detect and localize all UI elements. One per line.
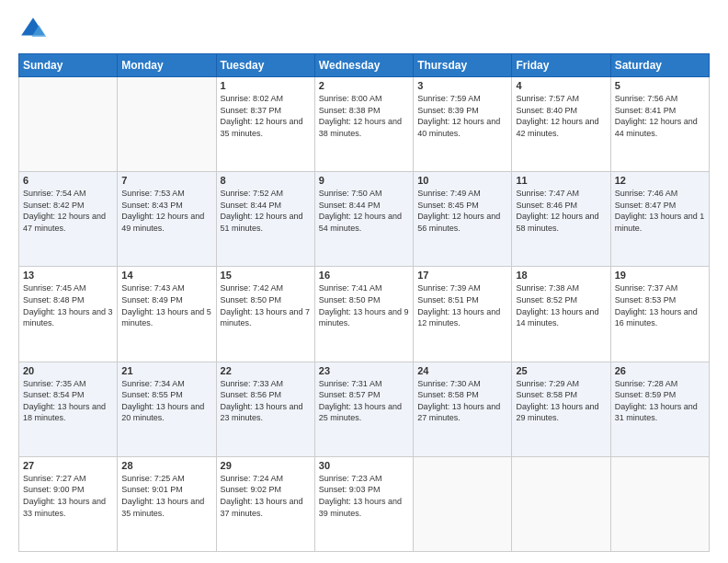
day-cell: 6Sunrise: 7:54 AMSunset: 8:42 PMDaylight… — [19, 172, 118, 267]
day-cell: 13Sunrise: 7:45 AMSunset: 8:48 PMDayligh… — [19, 267, 118, 362]
day-cell: 26Sunrise: 7:28 AMSunset: 8:59 PMDayligh… — [610, 362, 709, 456]
day-cell: 11Sunrise: 7:47 AMSunset: 8:46 PMDayligh… — [512, 172, 610, 267]
calendar: SundayMondayTuesdayWednesdayThursdayFrid… — [18, 53, 710, 552]
day-number: 12 — [615, 175, 705, 186]
day-cell: 23Sunrise: 7:31 AMSunset: 8:57 PMDayligh… — [314, 362, 413, 456]
day-cell: 1Sunrise: 8:02 AMSunset: 8:37 PMDaylight… — [216, 77, 314, 172]
day-number: 9 — [319, 175, 409, 186]
day-number: 28 — [121, 460, 211, 471]
day-cell — [118, 77, 216, 172]
day-info: Sunrise: 7:37 AMSunset: 8:53 PMDaylight:… — [615, 282, 705, 328]
day-number: 13 — [23, 270, 113, 281]
day-cell: 9Sunrise: 7:50 AMSunset: 8:44 PMDaylight… — [314, 172, 413, 267]
day-info: Sunrise: 7:53 AMSunset: 8:43 PMDaylight:… — [121, 188, 211, 234]
day-info: Sunrise: 7:56 AMSunset: 8:41 PMDaylight:… — [615, 93, 705, 139]
day-info: Sunrise: 7:25 AMSunset: 9:01 PMDaylight:… — [121, 473, 211, 519]
week-row-3: 13Sunrise: 7:45 AMSunset: 8:48 PMDayligh… — [19, 267, 710, 362]
day-number: 4 — [516, 80, 606, 91]
col-header-saturday: Saturday — [610, 54, 709, 77]
day-number: 26 — [615, 365, 705, 376]
day-info: Sunrise: 7:31 AMSunset: 8:57 PMDaylight:… — [319, 378, 409, 424]
day-number: 8 — [221, 175, 311, 186]
day-cell: 12Sunrise: 7:46 AMSunset: 8:47 PMDayligh… — [610, 172, 709, 267]
day-info: Sunrise: 7:35 AMSunset: 8:54 PMDaylight:… — [23, 378, 113, 424]
header-row: SundayMondayTuesdayWednesdayThursdayFrid… — [19, 54, 710, 77]
day-number: 14 — [121, 270, 211, 281]
day-info: Sunrise: 7:47 AMSunset: 8:46 PMDaylight:… — [516, 188, 606, 234]
day-cell: 21Sunrise: 7:34 AMSunset: 8:55 PMDayligh… — [118, 362, 216, 456]
day-number: 18 — [516, 270, 606, 281]
day-cell: 17Sunrise: 7:39 AMSunset: 8:51 PMDayligh… — [414, 267, 512, 362]
day-number: 21 — [121, 365, 211, 376]
day-cell: 24Sunrise: 7:30 AMSunset: 8:58 PMDayligh… — [414, 362, 512, 456]
day-number: 19 — [615, 270, 705, 281]
day-number: 24 — [417, 365, 507, 376]
day-number: 20 — [23, 365, 113, 376]
day-number: 30 — [319, 460, 409, 471]
day-info: Sunrise: 7:46 AMSunset: 8:47 PMDaylight:… — [615, 188, 705, 234]
day-cell: 15Sunrise: 7:42 AMSunset: 8:50 PMDayligh… — [216, 267, 314, 362]
header — [18, 15, 710, 44]
col-header-sunday: Sunday — [19, 54, 118, 77]
day-info: Sunrise: 7:30 AMSunset: 8:58 PMDaylight:… — [417, 378, 507, 424]
day-cell: 5Sunrise: 7:56 AMSunset: 8:41 PMDaylight… — [610, 77, 709, 172]
day-cell: 10Sunrise: 7:49 AMSunset: 8:45 PMDayligh… — [414, 172, 512, 267]
day-number: 11 — [516, 175, 606, 186]
day-number: 17 — [417, 270, 507, 281]
day-cell: 30Sunrise: 7:23 AMSunset: 9:03 PMDayligh… — [314, 456, 413, 551]
day-cell: 19Sunrise: 7:37 AMSunset: 8:53 PMDayligh… — [610, 267, 709, 362]
day-info: Sunrise: 7:38 AMSunset: 8:52 PMDaylight:… — [516, 282, 606, 328]
day-number: 6 — [23, 175, 113, 186]
day-number: 29 — [221, 460, 311, 471]
day-info: Sunrise: 7:23 AMSunset: 9:03 PMDaylight:… — [319, 473, 409, 519]
page: SundayMondayTuesdayWednesdayThursdayFrid… — [0, 0, 728, 563]
day-number: 3 — [417, 80, 507, 91]
week-row-5: 27Sunrise: 7:27 AMSunset: 9:00 PMDayligh… — [19, 456, 710, 551]
day-info: Sunrise: 7:59 AMSunset: 8:39 PMDaylight:… — [417, 93, 507, 139]
day-info: Sunrise: 7:49 AMSunset: 8:45 PMDaylight:… — [417, 188, 507, 234]
week-row-2: 6Sunrise: 7:54 AMSunset: 8:42 PMDaylight… — [19, 172, 710, 267]
day-info: Sunrise: 7:41 AMSunset: 8:50 PMDaylight:… — [319, 282, 409, 328]
col-header-wednesday: Wednesday — [314, 54, 413, 77]
day-info: Sunrise: 7:50 AMSunset: 8:44 PMDaylight:… — [319, 188, 409, 234]
day-cell: 4Sunrise: 7:57 AMSunset: 8:40 PMDaylight… — [512, 77, 610, 172]
col-header-tuesday: Tuesday — [216, 54, 314, 77]
day-cell: 18Sunrise: 7:38 AMSunset: 8:52 PMDayligh… — [512, 267, 610, 362]
day-cell: 7Sunrise: 7:53 AMSunset: 8:43 PMDaylight… — [118, 172, 216, 267]
day-info: Sunrise: 7:52 AMSunset: 8:44 PMDaylight:… — [221, 188, 311, 234]
day-info: Sunrise: 7:33 AMSunset: 8:56 PMDaylight:… — [221, 378, 311, 424]
day-cell — [512, 456, 610, 551]
col-header-monday: Monday — [118, 54, 216, 77]
day-cell: 29Sunrise: 7:24 AMSunset: 9:02 PMDayligh… — [216, 456, 314, 551]
day-number: 16 — [319, 270, 409, 281]
col-header-friday: Friday — [512, 54, 610, 77]
day-number: 15 — [221, 270, 311, 281]
day-info: Sunrise: 7:54 AMSunset: 8:42 PMDaylight:… — [23, 188, 113, 234]
day-info: Sunrise: 7:28 AMSunset: 8:59 PMDaylight:… — [615, 378, 705, 424]
logo-icon — [18, 15, 48, 44]
day-info: Sunrise: 8:00 AMSunset: 8:38 PMDaylight:… — [319, 93, 409, 139]
week-row-1: 1Sunrise: 8:02 AMSunset: 8:37 PMDaylight… — [19, 77, 710, 172]
day-cell: 2Sunrise: 8:00 AMSunset: 8:38 PMDaylight… — [314, 77, 413, 172]
day-info: Sunrise: 8:02 AMSunset: 8:37 PMDaylight:… — [221, 93, 311, 139]
day-cell: 16Sunrise: 7:41 AMSunset: 8:50 PMDayligh… — [314, 267, 413, 362]
day-info: Sunrise: 7:24 AMSunset: 9:02 PMDaylight:… — [221, 473, 311, 519]
day-info: Sunrise: 7:34 AMSunset: 8:55 PMDaylight:… — [121, 378, 211, 424]
day-number: 7 — [121, 175, 211, 186]
day-cell: 14Sunrise: 7:43 AMSunset: 8:49 PMDayligh… — [118, 267, 216, 362]
logo — [18, 15, 51, 44]
day-cell: 27Sunrise: 7:27 AMSunset: 9:00 PMDayligh… — [19, 456, 118, 551]
day-cell: 8Sunrise: 7:52 AMSunset: 8:44 PMDaylight… — [216, 172, 314, 267]
day-number: 10 — [417, 175, 507, 186]
day-number: 27 — [23, 460, 113, 471]
day-number: 25 — [516, 365, 606, 376]
day-info: Sunrise: 7:39 AMSunset: 8:51 PMDaylight:… — [417, 282, 507, 328]
day-info: Sunrise: 7:57 AMSunset: 8:40 PMDaylight:… — [516, 93, 606, 139]
day-info: Sunrise: 7:42 AMSunset: 8:50 PMDaylight:… — [221, 282, 311, 328]
day-cell — [19, 77, 118, 172]
col-header-thursday: Thursday — [414, 54, 512, 77]
day-cell: 28Sunrise: 7:25 AMSunset: 9:01 PMDayligh… — [118, 456, 216, 551]
day-cell — [610, 456, 709, 551]
day-cell: 3Sunrise: 7:59 AMSunset: 8:39 PMDaylight… — [414, 77, 512, 172]
day-number: 2 — [319, 80, 409, 91]
